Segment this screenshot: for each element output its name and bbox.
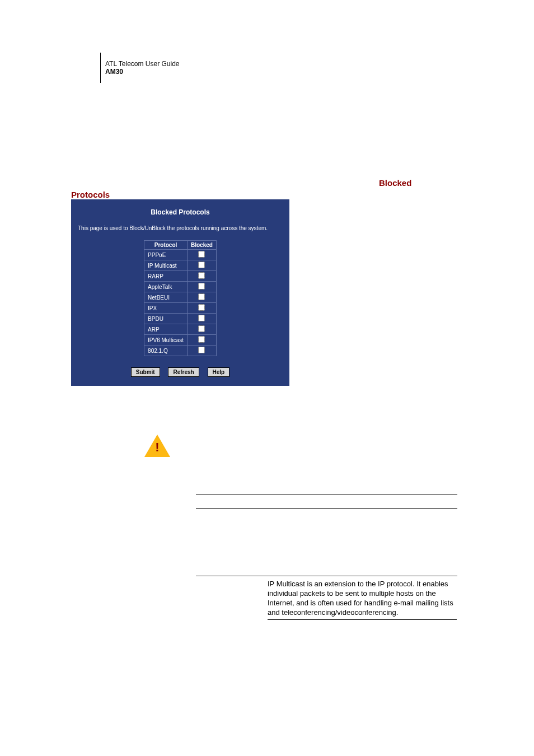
heading-protocols: Protocols bbox=[71, 190, 110, 199]
heading-blocked: Blocked bbox=[379, 178, 411, 188]
protocol-name: IP Multicast bbox=[144, 260, 188, 271]
table-row: AppleTalk bbox=[144, 282, 217, 292]
exclamation-icon: ! bbox=[155, 440, 159, 455]
warning-icon: ! bbox=[144, 435, 170, 458]
blocked-checkbox-netbeui[interactable] bbox=[198, 293, 205, 300]
blocked-checkbox-ipx[interactable] bbox=[198, 304, 205, 311]
doc-header: ATL Telecom User Guide AM30 bbox=[100, 53, 180, 83]
col-protocol: Protocol bbox=[144, 241, 188, 250]
doc-model-line: AM30 bbox=[105, 68, 180, 76]
blocked-checkbox-ipmulticast[interactable] bbox=[198, 262, 205, 268]
protocol-name: IPX bbox=[144, 303, 188, 314]
button-row: Submit Refresh Help bbox=[78, 367, 283, 377]
panel-title: Blocked Protocols bbox=[78, 208, 283, 216]
blocked-checkbox-8021q[interactable] bbox=[198, 347, 205, 353]
protocol-name: BPDU bbox=[144, 314, 188, 324]
blocked-checkbox-pppoe[interactable] bbox=[198, 251, 205, 258]
table-row: RARP bbox=[144, 271, 217, 282]
table-row: NetBEUI bbox=[144, 292, 217, 303]
protocol-name: 802.1.Q bbox=[144, 346, 188, 356]
protocol-name: ARP bbox=[144, 324, 188, 335]
table-header-row: Protocol Blocked bbox=[144, 241, 217, 250]
table-row: IPV6 Multicast bbox=[144, 335, 217, 346]
divider bbox=[196, 508, 457, 509]
ip-multicast-description: IP Multicast is an extension to the IP p… bbox=[268, 580, 457, 620]
blocked-checkbox-ipv6multicast[interactable] bbox=[198, 336, 205, 343]
blocked-checkbox-arp[interactable] bbox=[198, 325, 205, 332]
table-row: PPPoE bbox=[144, 250, 217, 260]
blocked-checkbox-appletalk[interactable] bbox=[198, 283, 205, 290]
refresh-button[interactable]: Refresh bbox=[168, 367, 199, 377]
table-row: 802.1.Q bbox=[144, 346, 217, 356]
protocol-name: NetBEUI bbox=[144, 292, 188, 303]
protocol-name: PPPoE bbox=[144, 250, 188, 260]
blocked-checkbox-rarp[interactable] bbox=[198, 272, 205, 279]
table-row: BPDU bbox=[144, 314, 217, 324]
protocol-name: IPV6 Multicast bbox=[144, 335, 188, 346]
divider bbox=[196, 494, 457, 494]
protocol-name: AppleTalk bbox=[144, 282, 188, 292]
divider bbox=[196, 576, 457, 576]
blocked-protocols-panel: Blocked Protocols This page is used to B… bbox=[71, 199, 289, 386]
col-blocked: Blocked bbox=[188, 241, 217, 250]
table-row: IPX bbox=[144, 303, 217, 314]
protocol-name: RARP bbox=[144, 271, 188, 282]
help-button[interactable]: Help bbox=[208, 367, 230, 377]
blocked-checkbox-bpdu[interactable] bbox=[198, 315, 205, 321]
protocol-table: Protocol Blocked PPPoE IP Multicast RARP… bbox=[144, 240, 217, 356]
table-row: ARP bbox=[144, 324, 217, 335]
submit-button[interactable]: Submit bbox=[131, 367, 160, 377]
panel-description: This page is used to Block/UnBlock the p… bbox=[78, 225, 283, 231]
table-row: IP Multicast bbox=[144, 260, 217, 271]
doc-guide-line: ATL Telecom User Guide bbox=[105, 60, 180, 68]
